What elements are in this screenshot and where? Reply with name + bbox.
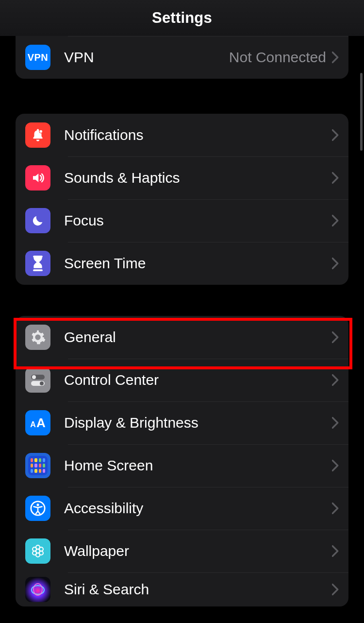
chevron-right-icon: [332, 502, 339, 514]
row-notifications[interactable]: Notifications: [16, 114, 348, 156]
separator: [68, 572, 348, 573]
wallpaper-icon: [25, 538, 50, 564]
hourglass-icon: [25, 251, 50, 276]
separator: [68, 530, 348, 530]
svg-point-1: [40, 130, 43, 133]
row-accessibility[interactable]: Accessibility: [16, 487, 348, 530]
row-label: Wallpaper: [64, 543, 332, 559]
page-title: Settings: [152, 9, 212, 27]
accessibility-icon: [25, 496, 50, 521]
svg-point-7: [40, 381, 44, 385]
siri-icon: [25, 577, 50, 602]
row-label: General: [64, 329, 332, 346]
chevron-right-icon: [332, 331, 339, 343]
svg-point-15: [33, 551, 36, 555]
chevron-right-icon: [332, 374, 339, 386]
header: Settings: [0, 0, 364, 36]
row-label: Display & Brightness: [64, 415, 332, 431]
row-label: Notifications: [64, 127, 332, 143]
svg-point-13: [33, 547, 36, 551]
separator: [68, 359, 348, 359]
svg-rect-2: [33, 256, 43, 258]
row-label: Screen Time: [64, 255, 332, 272]
scrollbar[interactable]: [360, 73, 363, 151]
gear-icon: [25, 325, 50, 350]
settings-group-alerts: Notifications Sounds & Haptics Focus S: [16, 114, 348, 285]
row-label: Accessibility: [64, 500, 332, 517]
text-size-icon: AA: [25, 410, 50, 435]
bell-icon: [25, 122, 50, 148]
row-general[interactable]: General: [16, 316, 348, 359]
settings-group-device: General Control Center AA Display & Brig…: [16, 316, 348, 606]
row-screen-time[interactable]: Screen Time: [16, 242, 348, 285]
toggles-icon: [25, 367, 50, 393]
separator: [68, 242, 348, 242]
row-label: Focus: [64, 212, 332, 229]
svg-point-5: [32, 375, 36, 379]
row-vpn[interactable]: VPN VPN Not Connected: [16, 36, 348, 79]
row-home-screen[interactable]: Home Screen: [16, 444, 348, 487]
separator: [68, 401, 348, 402]
chevron-right-icon: [332, 460, 339, 471]
row-label: Sounds & Haptics: [64, 170, 332, 186]
row-focus[interactable]: Focus: [16, 199, 348, 242]
row-display-brightness[interactable]: AA Display & Brightness: [16, 401, 348, 444]
row-siri-search[interactable]: Siri & Search: [16, 572, 348, 606]
speaker-icon: [25, 165, 50, 190]
separator: [68, 199, 348, 200]
svg-point-9: [36, 503, 39, 506]
separator: [68, 487, 348, 487]
row-label: Home Screen: [64, 457, 332, 474]
row-value: Not Connected: [229, 49, 326, 66]
separator: [68, 36, 348, 36]
separator: [68, 444, 348, 445]
chevron-right-icon: [332, 258, 339, 269]
separator: [68, 156, 348, 157]
chevron-right-icon: [332, 129, 339, 141]
chevron-right-icon: [332, 215, 339, 226]
svg-point-14: [39, 547, 43, 551]
row-label: Control Center: [64, 372, 332, 388]
vpn-icon: VPN: [25, 45, 50, 70]
chevron-right-icon: [332, 417, 339, 429]
row-control-center[interactable]: Control Center: [16, 359, 348, 401]
chevron-right-icon: [332, 172, 339, 184]
row-label: VPN: [64, 49, 229, 66]
chevron-right-icon: [332, 545, 339, 557]
chevron-right-icon: [332, 584, 339, 595]
settings-group-network: VPN VPN Not Connected: [16, 36, 348, 79]
row-sounds[interactable]: Sounds & Haptics: [16, 156, 348, 199]
row-label: Siri & Search: [64, 581, 332, 598]
chevron-right-icon: [332, 52, 339, 63]
moon-icon: [25, 208, 50, 233]
svg-rect-3: [33, 269, 43, 271]
svg-point-16: [39, 551, 43, 555]
row-wallpaper[interactable]: Wallpaper: [16, 530, 348, 572]
home-screen-icon: [25, 453, 50, 478]
